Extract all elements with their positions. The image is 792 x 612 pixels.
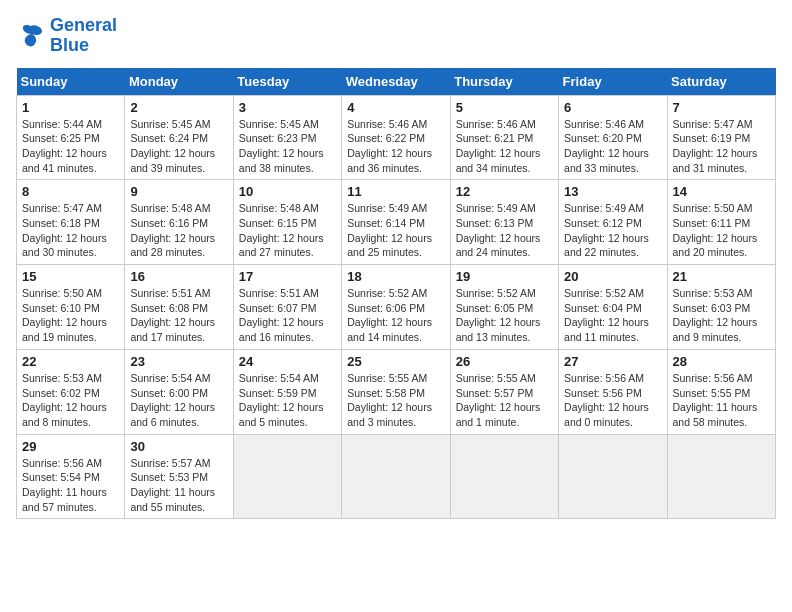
calendar-week-1: 1 Sunrise: 5:44 AM Sunset: 6:25 PM Dayli…: [17, 95, 776, 180]
calendar-cell: 19 Sunrise: 5:52 AM Sunset: 6:05 PM Dayl…: [450, 265, 558, 350]
day-number: 11: [347, 184, 444, 199]
day-number: 23: [130, 354, 227, 369]
day-detail: Sunrise: 5:50 AM Sunset: 6:10 PM Dayligh…: [22, 286, 119, 345]
day-detail: Sunrise: 5:54 AM Sunset: 5:59 PM Dayligh…: [239, 371, 336, 430]
calendar-cell: 29 Sunrise: 5:56 AM Sunset: 5:54 PM Dayl…: [17, 434, 125, 519]
calendar-week-4: 22 Sunrise: 5:53 AM Sunset: 6:02 PM Dayl…: [17, 349, 776, 434]
calendar-week-5: 29 Sunrise: 5:56 AM Sunset: 5:54 PM Dayl…: [17, 434, 776, 519]
day-detail: Sunrise: 5:53 AM Sunset: 6:03 PM Dayligh…: [673, 286, 770, 345]
day-detail: Sunrise: 5:49 AM Sunset: 6:13 PM Dayligh…: [456, 201, 553, 260]
calendar-cell: [233, 434, 341, 519]
day-detail: Sunrise: 5:49 AM Sunset: 6:14 PM Dayligh…: [347, 201, 444, 260]
day-detail: Sunrise: 5:55 AM Sunset: 5:57 PM Dayligh…: [456, 371, 553, 430]
day-number: 1: [22, 100, 119, 115]
calendar-cell: 26 Sunrise: 5:55 AM Sunset: 5:57 PM Dayl…: [450, 349, 558, 434]
day-number: 4: [347, 100, 444, 115]
day-number: 17: [239, 269, 336, 284]
calendar-cell: 24 Sunrise: 5:54 AM Sunset: 5:59 PM Dayl…: [233, 349, 341, 434]
day-detail: Sunrise: 5:48 AM Sunset: 6:16 PM Dayligh…: [130, 201, 227, 260]
calendar-cell: 8 Sunrise: 5:47 AM Sunset: 6:18 PM Dayli…: [17, 180, 125, 265]
day-number: 5: [456, 100, 553, 115]
day-number: 20: [564, 269, 661, 284]
weekday-header-thursday: Thursday: [450, 68, 558, 96]
calendar-cell: 3 Sunrise: 5:45 AM Sunset: 6:23 PM Dayli…: [233, 95, 341, 180]
day-number: 30: [130, 439, 227, 454]
day-number: 26: [456, 354, 553, 369]
logo: General Blue: [16, 16, 117, 56]
day-detail: Sunrise: 5:46 AM Sunset: 6:21 PM Dayligh…: [456, 117, 553, 176]
day-detail: Sunrise: 5:47 AM Sunset: 6:19 PM Dayligh…: [673, 117, 770, 176]
calendar-cell: 17 Sunrise: 5:51 AM Sunset: 6:07 PM Dayl…: [233, 265, 341, 350]
calendar-cell: 1 Sunrise: 5:44 AM Sunset: 6:25 PM Dayli…: [17, 95, 125, 180]
day-number: 3: [239, 100, 336, 115]
calendar-cell: 27 Sunrise: 5:56 AM Sunset: 5:56 PM Dayl…: [559, 349, 667, 434]
day-detail: Sunrise: 5:56 AM Sunset: 5:54 PM Dayligh…: [22, 456, 119, 515]
day-detail: Sunrise: 5:55 AM Sunset: 5:58 PM Dayligh…: [347, 371, 444, 430]
day-detail: Sunrise: 5:48 AM Sunset: 6:15 PM Dayligh…: [239, 201, 336, 260]
weekday-header-friday: Friday: [559, 68, 667, 96]
calendar-cell: 6 Sunrise: 5:46 AM Sunset: 6:20 PM Dayli…: [559, 95, 667, 180]
day-number: 19: [456, 269, 553, 284]
calendar-week-3: 15 Sunrise: 5:50 AM Sunset: 6:10 PM Dayl…: [17, 265, 776, 350]
day-number: 6: [564, 100, 661, 115]
day-detail: Sunrise: 5:56 AM Sunset: 5:56 PM Dayligh…: [564, 371, 661, 430]
calendar-cell: 2 Sunrise: 5:45 AM Sunset: 6:24 PM Dayli…: [125, 95, 233, 180]
day-number: 10: [239, 184, 336, 199]
day-detail: Sunrise: 5:44 AM Sunset: 6:25 PM Dayligh…: [22, 117, 119, 176]
day-detail: Sunrise: 5:52 AM Sunset: 6:05 PM Dayligh…: [456, 286, 553, 345]
weekday-header-wednesday: Wednesday: [342, 68, 450, 96]
calendar-cell: 25 Sunrise: 5:55 AM Sunset: 5:58 PM Dayl…: [342, 349, 450, 434]
calendar-cell: 30 Sunrise: 5:57 AM Sunset: 5:53 PM Dayl…: [125, 434, 233, 519]
day-detail: Sunrise: 5:46 AM Sunset: 6:20 PM Dayligh…: [564, 117, 661, 176]
calendar-cell: 18 Sunrise: 5:52 AM Sunset: 6:06 PM Dayl…: [342, 265, 450, 350]
weekday-header-monday: Monday: [125, 68, 233, 96]
calendar-cell: 7 Sunrise: 5:47 AM Sunset: 6:19 PM Dayli…: [667, 95, 775, 180]
day-number: 28: [673, 354, 770, 369]
day-number: 12: [456, 184, 553, 199]
day-number: 2: [130, 100, 227, 115]
day-number: 24: [239, 354, 336, 369]
day-detail: Sunrise: 5:51 AM Sunset: 6:07 PM Dayligh…: [239, 286, 336, 345]
calendar-cell: 15 Sunrise: 5:50 AM Sunset: 6:10 PM Dayl…: [17, 265, 125, 350]
calendar-week-2: 8 Sunrise: 5:47 AM Sunset: 6:18 PM Dayli…: [17, 180, 776, 265]
calendar-cell: 23 Sunrise: 5:54 AM Sunset: 6:00 PM Dayl…: [125, 349, 233, 434]
weekday-header-tuesday: Tuesday: [233, 68, 341, 96]
day-detail: Sunrise: 5:50 AM Sunset: 6:11 PM Dayligh…: [673, 201, 770, 260]
day-detail: Sunrise: 5:45 AM Sunset: 6:24 PM Dayligh…: [130, 117, 227, 176]
day-detail: Sunrise: 5:52 AM Sunset: 6:06 PM Dayligh…: [347, 286, 444, 345]
day-number: 18: [347, 269, 444, 284]
calendar-table: SundayMondayTuesdayWednesdayThursdayFrid…: [16, 68, 776, 520]
calendar-cell: 22 Sunrise: 5:53 AM Sunset: 6:02 PM Dayl…: [17, 349, 125, 434]
day-number: 7: [673, 100, 770, 115]
day-number: 14: [673, 184, 770, 199]
day-number: 25: [347, 354, 444, 369]
calendar-cell: 20 Sunrise: 5:52 AM Sunset: 6:04 PM Dayl…: [559, 265, 667, 350]
day-number: 13: [564, 184, 661, 199]
page-header: General Blue: [16, 16, 776, 56]
day-detail: Sunrise: 5:53 AM Sunset: 6:02 PM Dayligh…: [22, 371, 119, 430]
calendar-cell: [559, 434, 667, 519]
day-number: 27: [564, 354, 661, 369]
day-detail: Sunrise: 5:47 AM Sunset: 6:18 PM Dayligh…: [22, 201, 119, 260]
calendar-cell: 16 Sunrise: 5:51 AM Sunset: 6:08 PM Dayl…: [125, 265, 233, 350]
day-detail: Sunrise: 5:49 AM Sunset: 6:12 PM Dayligh…: [564, 201, 661, 260]
day-detail: Sunrise: 5:52 AM Sunset: 6:04 PM Dayligh…: [564, 286, 661, 345]
weekday-header-saturday: Saturday: [667, 68, 775, 96]
calendar-cell: 28 Sunrise: 5:56 AM Sunset: 5:55 PM Dayl…: [667, 349, 775, 434]
day-detail: Sunrise: 5:56 AM Sunset: 5:55 PM Dayligh…: [673, 371, 770, 430]
calendar-cell: 13 Sunrise: 5:49 AM Sunset: 6:12 PM Dayl…: [559, 180, 667, 265]
day-detail: Sunrise: 5:46 AM Sunset: 6:22 PM Dayligh…: [347, 117, 444, 176]
day-number: 22: [22, 354, 119, 369]
calendar-cell: 10 Sunrise: 5:48 AM Sunset: 6:15 PM Dayl…: [233, 180, 341, 265]
calendar-cell: 21 Sunrise: 5:53 AM Sunset: 6:03 PM Dayl…: [667, 265, 775, 350]
calendar-cell: [450, 434, 558, 519]
day-detail: Sunrise: 5:45 AM Sunset: 6:23 PM Dayligh…: [239, 117, 336, 176]
calendar-cell: 9 Sunrise: 5:48 AM Sunset: 6:16 PM Dayli…: [125, 180, 233, 265]
calendar-cell: 4 Sunrise: 5:46 AM Sunset: 6:22 PM Dayli…: [342, 95, 450, 180]
day-number: 21: [673, 269, 770, 284]
calendar-cell: 5 Sunrise: 5:46 AM Sunset: 6:21 PM Dayli…: [450, 95, 558, 180]
day-detail: Sunrise: 5:51 AM Sunset: 6:08 PM Dayligh…: [130, 286, 227, 345]
day-detail: Sunrise: 5:57 AM Sunset: 5:53 PM Dayligh…: [130, 456, 227, 515]
calendar-cell: 11 Sunrise: 5:49 AM Sunset: 6:14 PM Dayl…: [342, 180, 450, 265]
day-number: 16: [130, 269, 227, 284]
